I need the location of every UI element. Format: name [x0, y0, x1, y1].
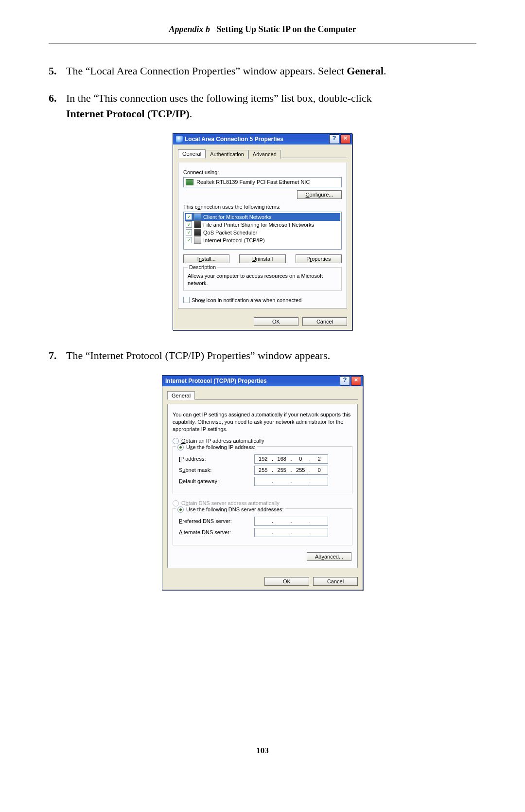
checkbox-icon[interactable]: ✓: [183, 297, 190, 303]
gateway-input[interactable]: ...: [254, 477, 328, 486]
tab-general[interactable]: General: [178, 149, 206, 158]
tcpip-properties-dialog: Internet Protocol (TCP/IP) Properties ? …: [162, 375, 363, 590]
dialog-body: General Authentication Advanced Connect …: [173, 144, 352, 314]
list-item[interactable]: ✓ File and Printer Sharing for Microsoft…: [185, 221, 340, 229]
radio-icon[interactable]: [177, 444, 184, 451]
option-use-ip[interactable]: Use the following IP address:: [176, 444, 257, 451]
tab-general[interactable]: General: [167, 391, 195, 400]
document-page: Appendix b Setting Up Static IP on the C…: [0, 0, 525, 775]
preferred-dns-row: Preferred DNS server: ...: [179, 517, 348, 526]
option-obtain-ip[interactable]: Obtain an IP address automatically: [173, 438, 352, 444]
list-item[interactable]: ✓ QoS Packet Scheduler: [185, 229, 340, 236]
preferred-dns-input[interactable]: ...: [254, 517, 328, 526]
list-item[interactable]: ✓ Internet Protocol (TCP/IP): [185, 236, 340, 244]
radio-icon[interactable]: [173, 438, 179, 444]
window-title: Internet Protocol (TCP/IP) Properties: [165, 378, 339, 384]
step-number: 7.: [49, 348, 66, 363]
step-text: The “Internet Protocol (TCP/IP) Properti…: [66, 348, 476, 363]
dns-group: Use the following DNS server addresses: …: [173, 508, 352, 545]
titlebar[interactable]: Internet Protocol (TCP/IP) Properties ? …: [162, 376, 363, 386]
ip-address-row: IP address: 192. 168. 0. 2: [179, 454, 348, 464]
connect-using-label: Connect using:: [183, 169, 342, 175]
cancel-button[interactable]: Cancel: [302, 317, 347, 326]
radio-icon[interactable]: [177, 506, 184, 513]
dialog-2-wrap: Internet Protocol (TCP/IP) Properties ? …: [49, 375, 476, 590]
help-button[interactable]: ?: [340, 376, 350, 386]
step-number: 5.: [49, 63, 66, 79]
checkbox-icon[interactable]: ✓: [186, 221, 192, 228]
lan-properties-dialog: Local Area Connection 5 Properties ? × G…: [173, 133, 352, 331]
help-button[interactable]: ?: [329, 134, 339, 144]
configure-button[interactable]: Configure...: [297, 190, 342, 199]
dialog-1-wrap: Local Area Connection 5 Properties ? × G…: [49, 133, 476, 331]
header-title: Setting Up Static IP on the Computer: [217, 24, 356, 34]
close-button[interactable]: ×: [351, 376, 361, 386]
tab-authentication[interactable]: Authentication: [206, 150, 248, 159]
page-number: 103: [49, 746, 476, 756]
ip-address-input[interactable]: 192. 168. 0. 2: [254, 454, 328, 464]
install-button[interactable]: Install...: [183, 254, 229, 263]
header-rule: [49, 43, 476, 44]
service-icon: [194, 221, 201, 228]
tab-strip: General: [167, 391, 358, 400]
tab-advanced[interactable]: Advanced: [248, 150, 281, 159]
items-label: This connection uses the following items…: [183, 204, 342, 210]
subnet-mask-row: Subnet mask: 255. 255. 255. 0: [179, 466, 348, 475]
uninstall-button[interactable]: Uninstall: [239, 254, 285, 263]
option-obtain-dns: Obtain DNS server address automatically: [173, 500, 352, 506]
service-icon: [194, 229, 201, 236]
checkbox-icon[interactable]: ✓: [186, 214, 192, 220]
advanced-button[interactable]: Advanced...: [307, 552, 351, 561]
description-group: Description Allows your computer to acce…: [183, 267, 342, 291]
window-icon: [176, 136, 183, 143]
step-7: 7. The “Internet Protocol (TCP/IP) Prope…: [49, 348, 476, 363]
tab-strip: General Authentication Advanced: [178, 149, 347, 158]
instruction-list-2: 7. The “Internet Protocol (TCP/IP) Prope…: [49, 348, 476, 363]
description-legend: Description: [188, 264, 217, 270]
gateway-row: Default gateway: ...: [179, 477, 348, 486]
properties-button[interactable]: Properties: [296, 254, 342, 263]
components-listbox[interactable]: ✓ Client for Microsoft Networks ✓ File a…: [183, 212, 342, 250]
cancel-button[interactable]: Cancel: [313, 577, 358, 586]
adapter-field[interactable]: Realtek RTL8139 Family PCI Fast Ethernet…: [183, 177, 342, 187]
window-title: Local Area Connection 5 Properties: [185, 136, 328, 143]
subnet-mask-input[interactable]: 255. 255. 255. 0: [254, 466, 328, 475]
instruction-list: 5. The “Local Area Connection Properties…: [49, 63, 476, 122]
step-6: 6. In the “This connection uses the foll…: [49, 90, 476, 122]
network-adapter-icon: [186, 179, 193, 185]
dialog-footer: OK Cancel: [173, 313, 352, 330]
step-text: In the “This connection uses the followi…: [66, 90, 476, 122]
list-item[interactable]: ✓ Client for Microsoft Networks: [185, 213, 340, 221]
ip-group: Use the following IP address: IP address…: [173, 446, 352, 494]
protocol-icon: [194, 236, 201, 244]
description-text: Allows your computer to access resources…: [188, 272, 337, 287]
step-5: 5. The “Local Area Connection Properties…: [49, 63, 476, 79]
page-header: Appendix b Setting Up Static IP on the C…: [49, 24, 476, 35]
option-use-dns[interactable]: Use the following DNS server addresses:: [176, 506, 285, 513]
adapter-name: Realtek RTL8139 Family PCI Fast Ethernet…: [196, 179, 310, 185]
radio-icon: [173, 500, 179, 506]
step-text: The “Local Area Connection Properties” w…: [66, 63, 476, 79]
alternate-dns-row: Alternate DNS server: ...: [179, 528, 348, 537]
tab-panel: You can get IP settings assigned automat…: [167, 404, 358, 568]
dialog-footer: OK Cancel: [162, 573, 363, 590]
step-number: 6.: [49, 90, 66, 122]
tab-panel: Connect using: Realtek RTL8139 Family PC…: [178, 162, 347, 309]
client-icon: [194, 213, 201, 220]
show-icon-row[interactable]: ✓ Show icon in notification area when co…: [183, 297, 342, 303]
ok-button[interactable]: OK: [264, 577, 309, 586]
checkbox-icon[interactable]: ✓: [186, 229, 192, 235]
titlebar[interactable]: Local Area Connection 5 Properties ? ×: [173, 134, 352, 144]
close-button[interactable]: ×: [340, 134, 350, 144]
intro-text: You can get IP settings assigned automat…: [173, 411, 352, 433]
alternate-dns-input[interactable]: ...: [254, 528, 328, 537]
appendix-label: Appendix b: [169, 24, 210, 34]
ok-button[interactable]: OK: [254, 317, 298, 326]
dialog-body: General You can get IP settings assigned…: [162, 386, 363, 573]
checkbox-icon[interactable]: ✓: [186, 237, 192, 243]
